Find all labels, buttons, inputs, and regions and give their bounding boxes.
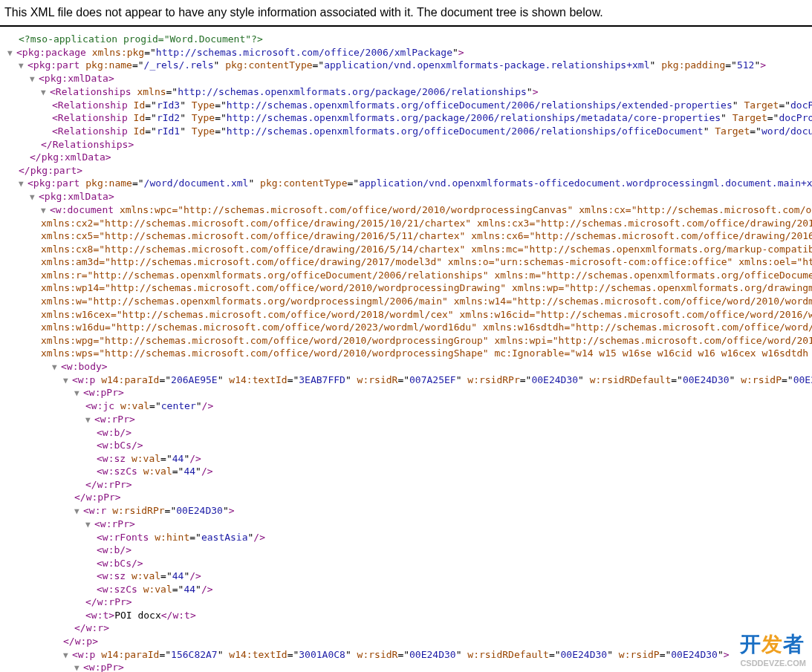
- toggle-icon[interactable]: ▼: [74, 663, 82, 672]
- w-rpr-close: </w:rPr>: [7, 478, 812, 492]
- w-p-2[interactable]: ▼<w:p w14:paraId="156C82A7" w14:textId="…: [7, 648, 812, 662]
- w-document-attrs: xmlns:am3d="http://schemas.microsoft.com…: [7, 255, 812, 269]
- w-p-1[interactable]: ▼<w:p w14:paraId="206AE95E" w14:textId="…: [7, 373, 812, 387]
- toggle-icon[interactable]: ▼: [63, 376, 71, 387]
- w-ppr-open-2[interactable]: ▼<w:pPr>: [7, 661, 812, 672]
- w-document-attrs: xmlns:w16du="http://schemas.microsoft.co…: [7, 321, 812, 334]
- w-bcs: <w:bCs/>: [7, 439, 812, 452]
- w-rpr-open-2[interactable]: ▼<w:rPr>: [7, 518, 812, 531]
- pkg-part-close: </pkg:part>: [7, 164, 812, 177]
- toggle-icon[interactable]: ▼: [41, 88, 48, 99]
- pkg-part-doc[interactable]: ▼<pkg:part pkg:name="/word/document.xml"…: [7, 177, 812, 190]
- xmldata-close: </pkg:xmlData>: [7, 151, 812, 164]
- w-bcs-2: <w:bCs/>: [7, 557, 812, 570]
- pkg-package-open[interactable]: ▼<pkg:package xmlns:pkg="http://schemas.…: [7, 46, 812, 59]
- toggle-icon[interactable]: ▼: [41, 206, 48, 217]
- w-szcs: <w:szCs w:val="44"/>: [7, 465, 812, 478]
- pkg-part-rels[interactable]: ▼<pkg:part pkg:name="/_rels/.rels" pkg:c…: [7, 59, 812, 72]
- toggle-icon[interactable]: ▼: [85, 520, 93, 531]
- w-document-attrs: xmlns:wpg="http://schemas.microsoft.com/…: [7, 334, 812, 348]
- toggle-icon[interactable]: ▼: [30, 74, 37, 85]
- w-body-open[interactable]: ▼<w:body>: [7, 360, 812, 373]
- toggle-icon[interactable]: ▼: [30, 192, 37, 203]
- w-document-open[interactable]: ▼<w:document xmlns:wpc="http://schemas.m…: [7, 203, 812, 217]
- w-jc: <w:jc w:val="center"/>: [7, 399, 812, 413]
- w-document-attrs: xmlns:w="http://schemas.openxmlformats.o…: [7, 295, 812, 308]
- w-szcs-2: <w:szCs w:val="44"/>: [7, 583, 812, 596]
- xmldata-open-2[interactable]: ▼<pkg:xmlData>: [7, 190, 812, 203]
- relationship-r3: <Relationship Id="rId3" Type="http://sch…: [7, 99, 812, 112]
- relationship-r2: <Relationship Id="rId2" Type="http://sch…: [7, 111, 812, 125]
- w-t: <w:t>POI docx</w:t>: [7, 609, 812, 622]
- toggle-icon[interactable]: ▼: [19, 179, 26, 190]
- toggle-icon[interactable]: ▼: [74, 506, 82, 518]
- w-document-attrs: xmlns:wp14="http://schemas.microsoft.com…: [7, 281, 812, 295]
- toggle-icon[interactable]: ▼: [19, 61, 26, 72]
- w-b: <w:b/>: [7, 426, 812, 440]
- w-p-close: </w:p>: [7, 635, 812, 648]
- relationships-close: </Relationships>: [7, 138, 812, 151]
- w-ppr-open[interactable]: ▼<w:pPr>: [7, 386, 812, 399]
- w-document-attrs: xmlns:cx2="http://schemas.microsoft.com/…: [7, 217, 812, 230]
- xml-header-notice: This XML file does not appear to have an…: [0, 0, 812, 27]
- w-sz-2: <w:sz w:val="44"/>: [7, 570, 812, 583]
- toggle-icon[interactable]: ▼: [85, 415, 93, 426]
- relationships-open[interactable]: ▼<Relationships xmlns="http://schemas.op…: [7, 85, 812, 99]
- w-document-attrs: xmlns:r="http://schemas.openxmlformats.o…: [7, 269, 812, 282]
- xmldata-open[interactable]: ▼<pkg:xmlData>: [7, 72, 812, 85]
- w-rpr-open[interactable]: ▼<w:rPr>: [7, 413, 812, 426]
- w-document-attrs: xmlns:cx5="http://schemas.microsoft.com/…: [7, 229, 812, 243]
- w-rpr-close-2: </w:rPr>: [7, 596, 812, 609]
- w-sz: <w:sz w:val="44"/>: [7, 452, 812, 466]
- toggle-icon[interactable]: ▼: [7, 48, 15, 59]
- w-r-open[interactable]: ▼<w:r w:rsidRPr="00E24D30">: [7, 504, 812, 518]
- w-document-attrs: xmlns:wps="http://schemas.microsoft.com/…: [7, 347, 812, 360]
- w-rfonts: <w:rFonts w:hint="eastAsia"/>: [7, 531, 812, 544]
- xml-tree: <?mso-application progid="Word.Document"…: [0, 33, 812, 672]
- processing-instruction: <?mso-application progid="Word.Document"…: [7, 33, 812, 46]
- w-b-2: <w:b/>: [7, 544, 812, 557]
- relationship-r1: <Relationship Id="rId1" Type="http://sch…: [7, 125, 812, 138]
- w-ppr-close: </w:pPr>: [7, 491, 812, 504]
- w-document-attrs: xmlns:cx8="http://schemas.microsoft.com/…: [7, 243, 812, 256]
- toggle-icon[interactable]: ▼: [63, 650, 71, 662]
- w-document-attrs: xmlns:w16cex="http://schemas.microsoft.c…: [7, 308, 812, 322]
- toggle-icon[interactable]: ▼: [74, 388, 82, 399]
- w-r-close: </w:r>: [7, 622, 812, 635]
- toggle-icon[interactable]: ▼: [52, 362, 59, 373]
